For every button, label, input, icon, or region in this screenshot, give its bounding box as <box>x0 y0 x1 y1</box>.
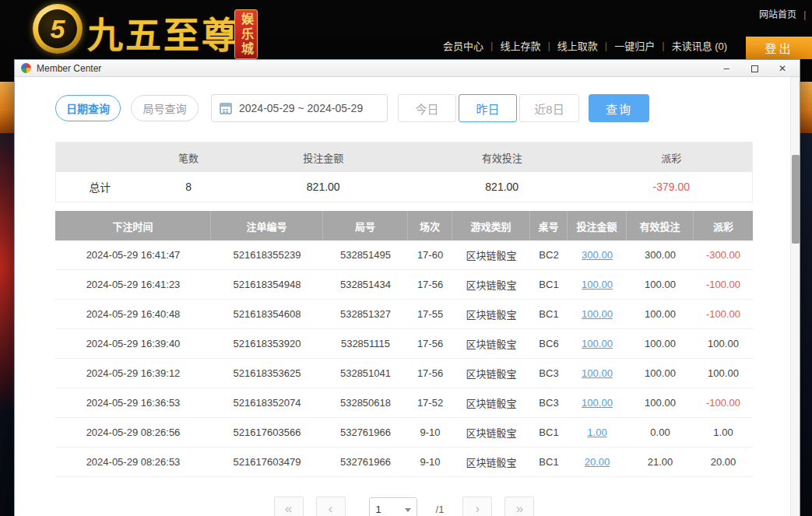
bet-time: 2024-05-29 16:39:40 <box>55 329 211 358</box>
app-icon <box>21 63 31 73</box>
table-no: BC1 <box>530 418 568 447</box>
today-button[interactable]: 今日 <box>398 94 456 122</box>
prev-page-button[interactable]: ‹ <box>316 497 346 516</box>
next-page-button[interactable]: › <box>462 497 492 516</box>
bet-id: 521618352074 <box>211 388 323 417</box>
window-content: 日期查询 局号查询 2024-05-29 ~ 2024-05-29 今日 昨日 … <box>15 77 800 516</box>
summary-bet-amount: 821.00 <box>234 172 413 202</box>
game-type: 区块链骰宝 <box>452 418 530 447</box>
minimize-button[interactable]: – <box>712 60 740 77</box>
summary-payout: -379.00 <box>590 172 752 202</box>
bet-time: 2024-05-29 16:41:47 <box>55 240 211 269</box>
bet-amount[interactable]: 100.00 <box>568 300 627 328</box>
session-no: 17-56 <box>408 359 452 388</box>
bet-table-header-cell: 游戏类别 <box>452 211 530 240</box>
bet-table-body: 2024-05-29 16:41:47521618355239532851495… <box>55 240 753 477</box>
minimize-icon: – <box>723 65 729 72</box>
session-no: 17-60 <box>408 240 452 269</box>
payout: 20.00 <box>694 448 753 476</box>
payout: 100.00 <box>694 329 753 358</box>
tab-round-query[interactable]: 局号查询 <box>131 95 199 121</box>
valid-bet: 100.00 <box>627 359 694 388</box>
bet-table-header-cell: 注单编号 <box>211 211 323 240</box>
valid-bet: 300.00 <box>627 240 694 269</box>
window-title-bar[interactable]: Member Center – ✕ <box>15 60 800 77</box>
bet-time: 2024-05-29 16:36:53 <box>55 388 211 417</box>
table-row: 2024-05-29 16:39:12521618353625532851041… <box>55 359 753 388</box>
valid-bet: 100.00 <box>627 300 694 328</box>
last-page-button[interactable]: » <box>504 497 534 516</box>
game-type: 区块链骰宝 <box>452 329 530 358</box>
valid-bet: 0.00 <box>627 418 694 447</box>
first-page-button[interactable]: « <box>274 497 304 516</box>
bet-id: 521618353920 <box>211 329 323 358</box>
last8days-button[interactable]: 近8日 <box>519 94 579 122</box>
table-row: 2024-05-29 16:41:23521618354948532851434… <box>55 270 753 300</box>
page-select-value: 1 <box>376 504 381 515</box>
bet-id: 521617603566 <box>211 418 323 447</box>
bet-table-header-cell: 下注时间 <box>55 211 211 240</box>
logout-button[interactable]: 登出 <box>746 37 812 59</box>
table-row: 2024-05-29 16:36:53521618352074532850618… <box>55 388 753 418</box>
date-range-input[interactable]: 2024-05-29 ~ 2024-05-29 <box>211 94 388 122</box>
bet-time: 2024-05-29 16:41:23 <box>55 270 211 299</box>
nav-link[interactable]: 会员中心 <box>436 38 490 53</box>
bet-amount[interactable]: 1.00 <box>568 418 627 447</box>
maximize-icon <box>751 65 758 72</box>
bet-table-header-cell: 场次 <box>408 211 452 240</box>
game-type: 区块链骰宝 <box>452 270 530 299</box>
bet-table-header: 下注时间注单编号局号场次游戏类别桌号投注金额有效投注派彩 <box>55 211 753 240</box>
round-id: 532850618 <box>323 388 408 417</box>
round-id: 532851495 <box>323 240 408 269</box>
valid-bet: 100.00 <box>627 329 694 358</box>
payout: 1.00 <box>694 418 753 447</box>
nav-link[interactable]: 未读讯息 (0) <box>665 38 735 53</box>
bet-id: 521618354608 <box>211 300 323 328</box>
nav-link[interactable]: 线上存款 <box>493 38 547 53</box>
bet-time: 2024-05-29 16:39:12 <box>55 359 211 388</box>
session-no: 9-10 <box>408 418 452 447</box>
summary-header-cell: 有效投注 <box>413 142 590 172</box>
bet-amount[interactable]: 100.00 <box>568 329 627 358</box>
bet-amount[interactable]: 100.00 <box>568 359 627 388</box>
tab-date-query[interactable]: 日期查询 <box>55 95 121 121</box>
bet-amount[interactable]: 100.00 <box>568 388 627 417</box>
table-row: 2024-05-29 08:26:53521617603479532761966… <box>55 448 753 477</box>
table-no: BC2 <box>530 240 568 269</box>
close-button[interactable]: ✕ <box>768 60 796 77</box>
page-select[interactable]: 1 <box>369 497 417 516</box>
window-scrollbar[interactable] <box>790 77 800 516</box>
top-link-separator: | <box>803 9 806 20</box>
payout: -300.00 <box>694 240 753 269</box>
nav-link[interactable]: 线上取款 <box>550 38 605 53</box>
table-no: BC3 <box>530 388 568 417</box>
bet-amount[interactable]: 300.00 <box>568 240 627 269</box>
summary-header-cell: 派彩 <box>590 142 752 172</box>
next-page-icon: › <box>476 501 480 516</box>
caret-down-icon <box>405 508 411 512</box>
bet-table-header-cell: 桌号 <box>530 211 568 240</box>
member-nav: 会员中心|线上存款|线上取款|一键归户|未读讯息 (0) <box>436 38 734 53</box>
bet-table-header-cell: 有效投注 <box>627 211 694 240</box>
page-total-label: /1 <box>436 504 445 515</box>
bet-id: 521618354948 <box>211 270 323 299</box>
nav-link[interactable]: 一键归户 <box>607 38 662 53</box>
maximize-button[interactable] <box>740 60 768 77</box>
date-range-value: 2024-05-29 ~ 2024-05-29 <box>239 102 363 114</box>
site-title: 九五至尊 <box>87 6 240 58</box>
bet-table-header-cell: 派彩 <box>694 211 753 240</box>
round-id: 532761966 <box>323 418 408 447</box>
scrollbar-thumb[interactable] <box>792 155 800 244</box>
game-type: 区块链骰宝 <box>452 359 530 388</box>
bet-amount[interactable]: 20.00 <box>568 448 627 476</box>
query-button[interactable]: 查询 <box>589 94 649 122</box>
summary-table: 笔数投注金额有效投注派彩 总计 8 821.00 821.00 -379.00 <box>55 142 753 202</box>
table-no: BC3 <box>530 359 568 388</box>
home-link[interactable]: 网站首页 <box>759 9 796 20</box>
game-type: 区块链骰宝 <box>452 388 530 417</box>
session-no: 17-56 <box>408 270 452 299</box>
yesterday-button[interactable]: 昨日 <box>459 94 517 122</box>
round-id: 532851041 <box>323 359 408 388</box>
bet-amount[interactable]: 100.00 <box>568 270 627 299</box>
summary-header-cell: 笔数 <box>144 142 234 172</box>
